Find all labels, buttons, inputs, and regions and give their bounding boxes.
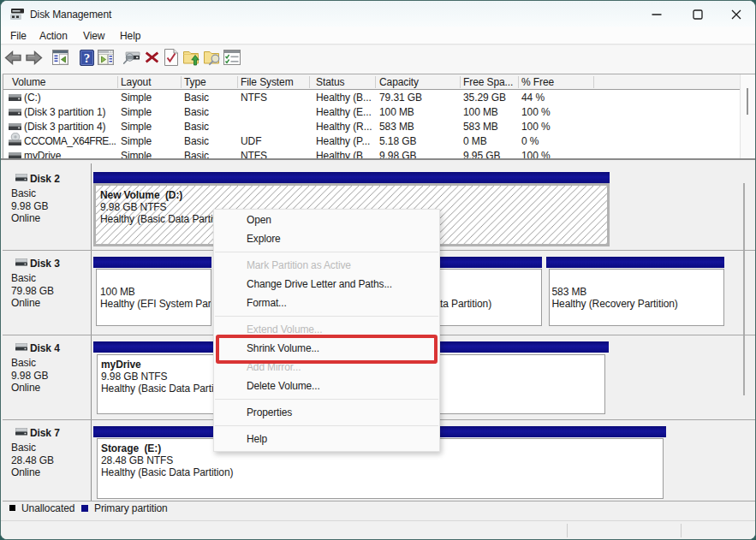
svg-text:?: ? <box>84 51 91 65</box>
